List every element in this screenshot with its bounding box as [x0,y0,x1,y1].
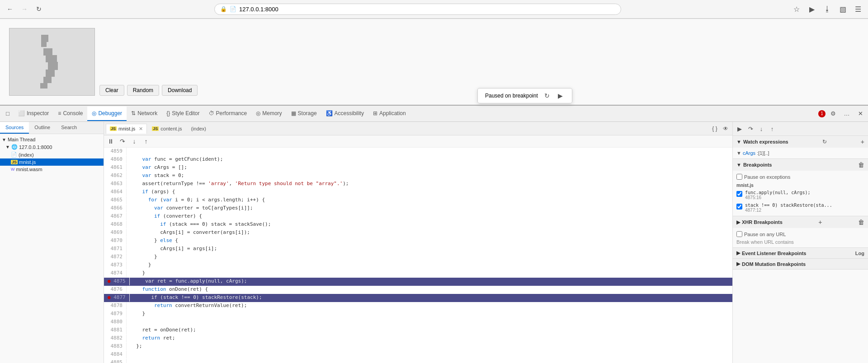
pocket-button[interactable]: ▶ [806,3,818,15]
tab-memory[interactable]: ◎ Memory [251,107,286,121]
tab-storage[interactable]: ▦ Storage [287,107,321,121]
code-line-4882[interactable]: 4882 return ret; [104,335,732,343]
step-out-right-btn[interactable]: ↑ [767,124,777,134]
code-line-4864[interactable]: 4864 if (args) { [104,188,732,196]
step-in-right-btn[interactable]: ↓ [756,124,766,134]
devtools-more-btn[interactable]: … [841,108,853,120]
code-line-4862[interactable]: 4862 var stack = 0; [104,172,732,180]
watch-expressions-header[interactable]: ▼ Watch expressions ↻ + [733,136,868,148]
pause-resume-btn[interactable]: ⏸ [106,136,116,146]
bookmark-button[interactable]: ☆ [790,3,803,15]
source-tab-sources[interactable]: Sources [0,122,29,134]
watch-refresh-btn[interactable]: ↻ [822,139,827,145]
tree-item-index[interactable]: 📄 (index) [0,151,104,158]
style-editor-icon: {} [166,110,170,116]
code-line-4871[interactable]: 4871 cArgs[i] = args[i]; [104,245,732,253]
content-buttons: Clear Random Download [99,85,198,96]
code-line-4884[interactable]: 4884 [104,351,732,359]
download-manager-button[interactable]: ⭳ [821,3,834,15]
tab-console[interactable]: ≡ Console [53,107,87,121]
code-line-4873[interactable]: 4873 } [104,261,732,270]
code-line-4879[interactable]: 4879 } [104,310,732,318]
code-line-4860[interactable]: 4860 var func = getCFunc(ident); [104,156,732,164]
menu-button[interactable]: ☰ [852,3,864,15]
blackbox-btn[interactable]: 👁 [721,124,731,134]
resume-execution-btn[interactable]: ▶ [735,124,745,134]
back-button[interactable]: ← [4,3,16,15]
source-tab-search[interactable]: Search [56,122,82,134]
download-button[interactable]: Download [162,85,198,96]
code-line-4874[interactable]: 4874 } [104,270,732,278]
step-over-btn[interactable]: ↷ [118,136,127,146]
resume-button[interactable]: ▶ [556,91,565,100]
tree-item-mnist-wasm[interactable]: W mnist.wasm [0,166,104,173]
code-line-4868[interactable]: 4868 if (stack === 0) stack = stackSave(… [104,221,732,229]
code-tab-mnist-js[interactable]: JS mnist.js ✕ [106,124,147,134]
code-line-4869[interactable]: 4869 cArgs[i] = converter(args[i]); [104,229,732,237]
code-line-4859[interactable]: 4859 [104,148,732,156]
xhr-delete-btn[interactable]: 🗑 [858,219,864,226]
code-line-4872[interactable]: 4872 } [104,253,732,261]
line-number: 4861 [104,164,127,172]
step-over-button[interactable]: ↻ [542,91,552,100]
banner-text: Paused on breakpoint [485,93,538,99]
devtools-toggle-btn[interactable]: □ [2,108,14,120]
close-tab-icon[interactable]: ✕ [139,126,143,132]
tab-network[interactable]: ⇅ Network [127,107,162,121]
code-line-4883[interactable]: 4883 }; [104,343,732,351]
tree-item-mnist-js[interactable]: JS mnist.js [0,158,104,166]
extensions-button[interactable]: ▧ [836,3,849,15]
pretty-print-btn[interactable]: { } [710,124,720,134]
code-line-4885[interactable]: 4885 [104,359,732,363]
code-tab-index[interactable]: (index) [187,124,210,133]
xhr-add-btn[interactable]: + [818,219,822,226]
tab-application[interactable]: ⊞ Application [368,107,410,121]
step-over-right-btn[interactable]: ↷ [745,124,755,134]
breakpoint-banner: Paused on breakpoint ↻ ▶ [477,88,572,103]
pause-exceptions-checkbox[interactable] [736,174,742,180]
source-tab-outline[interactable]: Outline [29,122,56,134]
tree-item-main-thread[interactable]: ▼ Main Thread [0,136,104,143]
dom-mutation-header[interactable]: ▶ DOM Mutation Breakpoints [733,259,868,269]
pause-any-url-checkbox[interactable] [736,231,742,237]
xhr-breakpoints-header[interactable]: ▶ XHR Breakpoints + 🗑 [733,216,868,228]
breakpoints-header[interactable]: ▼ Breakpoints 🗑 [733,159,868,171]
breakpoint-1-checkbox[interactable] [736,191,742,197]
tab-accessibility[interactable]: ♿ Accessibility [321,107,368,121]
svg-rect-4 [46,55,57,62]
code-line-4865[interactable]: 4865 for (var i = 0; i < args.length; i+… [104,196,732,205]
code-line-4877[interactable]: ● 4877 if (stack !== 0) stackRestore(sta… [104,294,732,302]
tab-performance[interactable]: ⏱ Performance [204,107,252,121]
breakpoints-delete-btn[interactable]: 🗑 [858,161,864,168]
random-button[interactable]: Random [127,85,159,96]
devtools-close-btn[interactable]: ✕ [854,108,866,120]
address-bar[interactable]: 🔒 📄 [214,4,621,15]
code-line-4880[interactable]: 4880 [104,318,732,326]
clear-button[interactable]: Clear [99,85,124,96]
forward-button[interactable]: → [18,3,31,15]
code-line-4863[interactable]: 4863 assert(returnType !== 'array', 'Ret… [104,180,732,188]
svg-rect-6 [46,70,55,77]
tab-debugger[interactable]: ◎ Debugger [87,107,127,121]
code-line-4875[interactable]: ● 4875 var ret = func.apply(null, cArgs)… [104,278,732,286]
step-in-btn[interactable]: ↓ [129,136,139,146]
code-line-4881[interactable]: 4881 ret = onDone(ret); [104,326,732,335]
code-line-4861[interactable]: 4861 var cArgs = []; [104,164,732,172]
code-line-4866[interactable]: 4866 var converter = toC[argTypes[i]]; [104,205,732,213]
tab-style-editor[interactable]: {} Style Editor [162,107,204,121]
step-out-btn[interactable]: ↑ [141,136,151,146]
breakpoint-2-checkbox[interactable] [736,204,742,209]
reload-button[interactable]: ↻ [33,3,45,15]
code-content[interactable]: 48594860 var func = getCFunc(ident);4861… [104,148,732,363]
event-listener-header[interactable]: ▶ Event Listener Breakpoints Log [733,248,868,258]
devtools-settings-btn[interactable]: ⚙ [827,108,839,120]
code-line-4867[interactable]: 4867 if (converter) { [104,213,732,221]
watch-add-btn[interactable]: + [861,138,864,145]
tab-inspector[interactable]: ⬜ Inspector [14,107,53,121]
code-tab-content-js[interactable]: JS content.js [148,124,186,133]
tree-item-origin[interactable]: ▼ 🌐 127.0.0.1:8000 [0,143,104,151]
code-line-4870[interactable]: 4870 } else { [104,237,732,245]
code-line-4876[interactable]: 4876 function onDone(ret) { [104,286,732,294]
url-input[interactable] [239,6,615,13]
code-line-4878[interactable]: 4878 return convertReturnValue(ret); [104,302,732,310]
